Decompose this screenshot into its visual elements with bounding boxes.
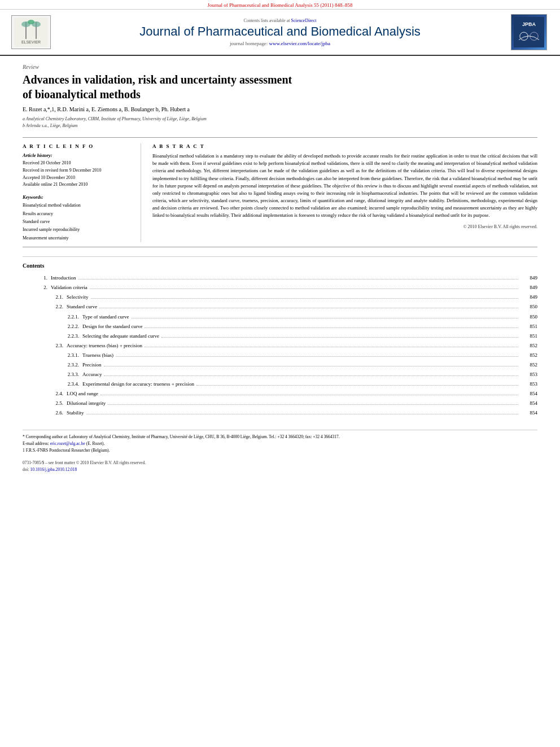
keywords-section: Keywords: Bioanalytical method validatio… — [23, 194, 133, 242]
keyword-5: Measurement uncertainty — [23, 234, 133, 242]
jpba-logo: JPBA — [509, 14, 549, 50]
article-info-heading: A R T I C L E I N F O — [23, 143, 133, 149]
article-info-column: A R T I C L E I N F O Article history: R… — [23, 143, 141, 242]
toc-page: 854 — [520, 389, 537, 399]
toc-label: Selecting the adequate standard curve — [82, 331, 159, 341]
toc-page: 849 — [520, 292, 537, 302]
toc-label: Experimental design for accuracy: truene… — [82, 379, 194, 389]
toc-line: 2.5.Dilutional integrity854 — [23, 399, 537, 408]
divider — [23, 137, 537, 138]
toc-page: 853 — [520, 379, 537, 389]
svg-point-5 — [28, 20, 34, 24]
toc-page: 853 — [520, 370, 537, 379]
toc-num: 2.5. — [23, 399, 67, 408]
authors: E. Rozet a,*,1, R.D. Marini a, E. Ziemon… — [23, 106, 537, 112]
toc-label: Type of standard curve — [82, 312, 129, 322]
toc-dots — [132, 314, 518, 318]
affiliations: a Analytical Chemistry Laboratory, CIRM,… — [23, 116, 537, 129]
toc-label: Standard curve — [67, 302, 97, 312]
svg-text:ELSEVIER: ELSEVIER — [21, 40, 41, 44]
toc-line: 1.Introduction849 — [23, 273, 537, 283]
toc-num: 2.3. — [23, 341, 67, 351]
sciencedirect-anchor[interactable]: ScienceDirect — [291, 18, 317, 23]
contents-section: Contents 1.Introduction8492.Validation c… — [23, 256, 537, 418]
toc-num: 2.2.3. — [23, 331, 82, 341]
toc-page: 852 — [520, 360, 537, 370]
toc-line: 2.3.Accuracy: trueness (bias) + precisio… — [23, 341, 537, 351]
available-date: Available online 21 December 2010 — [23, 181, 133, 189]
journal-reference: Journal of Pharmaceutical and Biomedical… — [0, 0, 560, 10]
toc-page: 851 — [520, 331, 537, 341]
toc-line: 2.2.3.Selecting the adequate standard cu… — [23, 331, 537, 341]
toc-label: Design for the standard curve — [82, 322, 142, 331]
abstract-text: Bioanalytical method validation is a man… — [152, 152, 537, 220]
sciencedirect-link: Contents lists available at ScienceDirec… — [60, 18, 500, 23]
footnote-1: 1 F.R.S.-FNRS Postdoctoral Researcher (B… — [23, 447, 537, 454]
toc-num: 2.2.1. — [23, 312, 82, 322]
issn-section: 0731-7085/$ – see front matter © 2010 El… — [23, 460, 537, 474]
toc-line: 2.4.LOQ and range854 — [23, 389, 537, 399]
journal-homepage: journal homepage: www.elsevier.com/locat… — [60, 41, 500, 46]
journal-main-title: Journal of Pharmaceutical and Biomedical… — [60, 24, 500, 39]
received-date: Received 20 October 2010 — [23, 160, 133, 167]
toc-page: 851 — [520, 322, 537, 331]
toc-container: 1.Introduction8492.Validation criteria84… — [23, 273, 537, 418]
toc-num: 2.6. — [23, 408, 67, 418]
toc-dots — [91, 295, 519, 299]
toc-label: Accuracy — [82, 370, 102, 379]
doi-line: doi: 10.1016/j.jpba.2010.12.018 — [23, 466, 537, 474]
toc-num: 1. — [23, 273, 51, 283]
journal-header: ELSEVIER Contents lists available at Sci… — [0, 10, 560, 56]
toc-dots — [116, 353, 518, 357]
toc-dots — [90, 285, 518, 289]
elsevier-logo: ELSEVIER — [11, 15, 51, 49]
jpba-logo-box: JPBA — [511, 14, 547, 50]
svg-text:JPBA: JPBA — [522, 21, 536, 27]
footnote-email: E-mail address: eric.rozet@ulg.ac.be (E.… — [23, 440, 537, 447]
issn-text: 0731-7085/$ – see front matter © 2010 El… — [23, 460, 537, 467]
toc-dots — [145, 324, 518, 327]
received-revised-date: Received in revised form 9 December 2010 — [23, 167, 133, 174]
toc-dots — [161, 334, 518, 338]
toc-num: 2.3.4. — [23, 379, 82, 389]
toc-dots — [86, 410, 518, 414]
toc-dots — [100, 391, 518, 395]
toc-dots — [104, 372, 518, 376]
toc-label: Selectivity — [67, 292, 89, 302]
contents-heading: Contents — [23, 263, 537, 269]
toc-label: LOQ and range — [67, 389, 98, 399]
doi-link[interactable]: 10.1016/j.jpba.2010.12.018 — [30, 467, 77, 472]
toc-dots — [196, 382, 518, 386]
toc-line: 2.3.3.Accuracy853 — [23, 370, 537, 379]
divider-2 — [23, 247, 537, 247]
toc-label: Stability — [67, 408, 84, 418]
toc-label: Accuracy: trueness (bias) + precision — [67, 341, 142, 351]
accepted-date: Accepted 10 December 2010 — [23, 174, 133, 182]
keyword-3: Standard curve — [23, 218, 133, 226]
email-link[interactable]: eric.rozet@ulg.ac.be — [50, 441, 85, 446]
toc-page: 850 — [520, 312, 537, 322]
toc-num: 2.3.3. — [23, 370, 82, 379]
toc-line: 2.Validation criteria849 — [23, 283, 537, 292]
abstract-column: A B S T R A C T Bioanalytical method val… — [152, 143, 537, 242]
toc-num: 2.3.1. — [23, 351, 82, 360]
toc-label: Trueness (bias) — [82, 351, 113, 360]
footnote-section: * Corresponding author at: Laboratory of… — [23, 430, 537, 454]
affiliation-a: a Analytical Chemistry Laboratory, CIRM,… — [23, 116, 537, 123]
toc-num: 2.1. — [23, 292, 67, 302]
journal-title-section: Contents lists available at ScienceDirec… — [60, 18, 500, 46]
toc-page: 849 — [520, 283, 537, 292]
article-body: A R T I C L E I N F O Article history: R… — [23, 143, 537, 242]
keywords-label: Keywords: — [23, 194, 133, 200]
elsevier-logo-image: ELSEVIER — [11, 15, 51, 49]
toc-page: 850 — [520, 302, 537, 312]
toc-line: 2.2.Standard curve850 — [23, 302, 537, 312]
article-title: Advances in validation, risk and uncerta… — [23, 72, 537, 102]
history-label: Article history: — [23, 152, 133, 158]
toc-dots — [104, 362, 519, 366]
toc-line: 2.1.Selectivity849 — [23, 292, 537, 302]
toc-num: 2.3.2. — [23, 360, 82, 370]
toc-page: 849 — [520, 273, 537, 283]
keyword-2: Results accuracy — [23, 210, 133, 218]
journal-homepage-link[interactable]: www.elsevier.com/locate/jpba — [269, 41, 330, 46]
